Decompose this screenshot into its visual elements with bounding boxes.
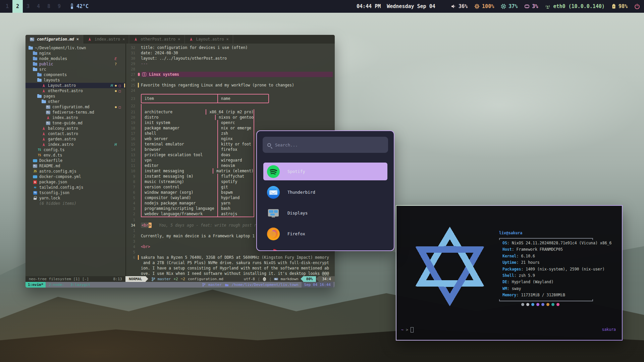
launcher-search[interactable]: Search...	[263, 137, 388, 153]
tmux-window-active[interactable]: 1:nvim*	[25, 282, 46, 288]
power-button[interactable]	[634, 4, 640, 9]
filetype-icon	[30, 37, 35, 41]
buffer-tab[interactable]: configuration.md ×	[25, 35, 83, 44]
tree-item[interactable]: Layout.astro H ● □	[25, 83, 125, 88]
launcher-item[interactable]: Firefox	[263, 225, 387, 243]
fetch-field-value: : 6.10.6	[517, 254, 535, 258]
workspace-button[interactable]: 4	[33, 0, 44, 13]
tree-item[interactable]: Dockerfile	[25, 158, 125, 163]
launcher-item[interactable]: Darktable Photo Workflow Software	[263, 246, 387, 251]
fetch-field: OS: NixOS 24.11.20240828.71e91c4 (Vicuna…	[499, 240, 597, 246]
battery-module[interactable]: 98%	[611, 3, 628, 9]
tree-item[interactable]: env.d.ts	[25, 153, 125, 158]
tree-item[interactable]: public ?	[25, 61, 125, 67]
cpu-module[interactable]: 37%	[501, 3, 518, 9]
git-changed: ~2	[181, 277, 185, 281]
volume-value: 36%	[459, 3, 468, 9]
tree-item[interactable]: index.astro	[25, 115, 125, 120]
launcher-item[interactable]: Spotify	[263, 163, 387, 180]
tree-item[interactable]: components	[25, 72, 125, 77]
tree-item[interactable]: ~/Development/liv.town	[25, 45, 125, 51]
workspace-button[interactable]: 2	[12, 0, 23, 13]
tree-item-name: config.ts	[44, 147, 64, 152]
close-icon[interactable]: ×	[122, 37, 125, 42]
md-table-row: shell zsh	[142, 131, 254, 136]
app-launcher[interactable]: Search... Spotify Thunderbird Displays F…	[256, 130, 394, 251]
close-icon[interactable]: ×	[76, 37, 79, 42]
line-number: 25	[126, 83, 138, 87]
tree-item[interactable]: config.ts	[25, 147, 125, 153]
md-table-cell-name: bspwm	[218, 190, 233, 195]
file-icon	[33, 57, 38, 61]
md-table-cell-name: kitty or foot	[218, 142, 251, 146]
tmux-git-branch: master	[208, 283, 222, 287]
tree-item[interactable]: node_modules E	[25, 56, 125, 61]
file-icon	[46, 121, 51, 125]
md-table-cell-item: music (streaming)	[142, 179, 218, 184]
tree-item[interactable]: other	[25, 99, 125, 104]
workspace-button[interactable]: 8	[44, 0, 54, 13]
tree-item[interactable]: src	[25, 67, 125, 72]
buffer-tab[interactable]: index.astro ×	[83, 35, 129, 44]
shell-prompt[interactable]: ~ >	[401, 327, 414, 333]
tree-item[interactable]: layouts	[25, 77, 125, 83]
brightness-module[interactable]: 100%	[474, 3, 494, 9]
tree-item[interactable]: contact.astro	[25, 131, 125, 136]
tree-item[interactable]: tone-guide.md	[25, 120, 125, 126]
md-table-row: package manager nix or emerge	[142, 125, 254, 131]
file-icon	[37, 153, 42, 157]
line-number: 7	[126, 184, 135, 190]
tmux-window[interactable]: 2:node-	[46, 282, 67, 288]
git-branch-icon	[152, 277, 155, 281]
launcher-item[interactable]: Thunderbird	[263, 183, 387, 201]
md-table-cell-item: shell	[142, 131, 218, 136]
workspace-button[interactable]: 3	[23, 0, 33, 13]
launcher-item[interactable]: Displays	[263, 204, 387, 222]
close-icon[interactable]: ×	[178, 37, 180, 42]
md-table-header-cell: name	[218, 96, 268, 101]
app-icon	[267, 165, 280, 178]
tree-item[interactable]: index.astro H	[25, 142, 125, 147]
tree-item[interactable]: configuration.md ● □	[25, 104, 125, 110]
tree-item[interactable]: tsconfig.json	[25, 190, 125, 195]
fetch-field: Host: Framework FRANMDCP05	[499, 246, 597, 253]
line-number: 8	[126, 179, 135, 184]
tmux-window[interactable]: 3:lazygit	[67, 282, 94, 288]
line-number: 18	[126, 125, 135, 131]
statusline-neotree: neo-tree filesystem [1] [-]	[29, 277, 89, 281]
fetch-field: WM: sway	[499, 286, 597, 292]
tree-item[interactable]: README.md	[25, 163, 125, 169]
tree-item[interactable]: docker-compose.yml	[25, 174, 125, 179]
md-table-cell-name: doas	[218, 153, 230, 157]
network-value: eth0 (10.0.0.140)	[553, 3, 605, 9]
tree-item[interactable]: astro.config.mjs	[25, 169, 125, 174]
git-branch-icon	[202, 283, 205, 287]
md-table-cell-item: version control	[142, 184, 218, 190]
buffer-tab[interactable]: Layout.astro ×	[185, 35, 233, 44]
memory-module[interactable]: 3%	[524, 3, 538, 9]
buffer-tab[interactable]: otherPost.astro ×	[129, 35, 184, 44]
palette-dot	[536, 303, 539, 306]
tree-item[interactable]: yarn.lock	[25, 195, 125, 201]
line-number: 19	[126, 120, 135, 125]
tree-item[interactable]: otherPost.astro ● □	[25, 88, 125, 94]
tree-item[interactable]: garden.astro	[25, 136, 125, 142]
tree-item[interactable]: tailwind.config.mjs	[25, 185, 125, 190]
workspace-button[interactable]: 1	[2, 0, 12, 13]
volume-module[interactable]: 36%	[451, 3, 468, 9]
workspace-button[interactable]: 9	[54, 0, 64, 13]
tree-item[interactable]: pages	[25, 94, 125, 99]
statusline-neotree-pos: 8:13	[113, 277, 122, 281]
close-icon[interactable]: ×	[226, 37, 229, 42]
tree-item[interactable]: (6 hidden items)	[25, 201, 125, 206]
tree-item[interactable]: nginx	[25, 51, 125, 56]
tree-item[interactable]: fediverse-terms.md	[25, 110, 125, 115]
fetch-terminal-window[interactable]: liv@sakura OS: NixOS 24.11.20240828.71e9…	[396, 205, 623, 341]
buffer-line: sakura has a Ryzen 5 7640U, 32GB of DDR5…	[141, 255, 335, 260]
buffer-line: Favorite things regarding Linux and my w…	[141, 83, 335, 87]
tree-item[interactable]: package.json	[25, 179, 125, 185]
line-number: 20	[126, 115, 135, 120]
neo-tree-panel: ~/Development/liv.town nginx	[25, 44, 125, 276]
tree-item[interactable]: balcony.astro	[25, 126, 125, 131]
network-module[interactable]: eth0 (10.0.0.140)	[545, 3, 605, 9]
